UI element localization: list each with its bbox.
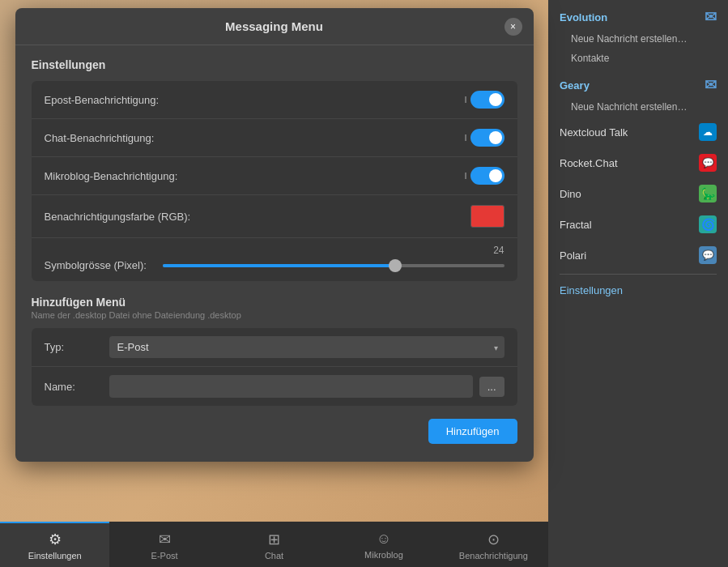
evolution-new-message[interactable]: Neue Nachricht erstellen… <box>548 29 728 49</box>
dino-item[interactable]: Dino 🦕 <box>548 178 728 209</box>
mikroblog-row: Mikroblog-Benachrichtigung: I <box>32 157 517 195</box>
mikroblog-toggle-container: I <box>464 167 504 185</box>
color-label: Benachrichtigungsfarbe (RGB): <box>45 211 191 223</box>
right-panel: Evolution ✉ Neue Nachricht erstellen… Ko… <box>548 0 728 567</box>
rocket-chat-label: Rocket.Chat <box>560 157 618 169</box>
polari-icon: 💬 <box>699 246 717 264</box>
epost-icon: ✉ <box>159 531 171 548</box>
taskbar-item-epost[interactable]: ✉ E-Post <box>109 522 219 567</box>
name-row: Name: ... <box>32 367 517 406</box>
rocket-chat-item[interactable]: Rocket.Chat 💬 <box>548 147 728 178</box>
type-label: Typ: <box>45 341 109 353</box>
color-row: Benachrichtigungsfarbe (RGB): <box>32 195 517 238</box>
nextcloud-talk-icon: ☁ <box>699 123 717 141</box>
add-section-subtitle: Name der .desktop Datei ohne Dateiendung… <box>32 310 517 320</box>
epost-toggle-container: I <box>464 91 504 109</box>
name-input[interactable] <box>109 375 473 398</box>
taskbar-item-mikroblog[interactable]: ☺ Mikroblog <box>329 522 438 567</box>
polari-label: Polari <box>560 249 586 262</box>
mikroblog-toggle-i: I <box>464 171 466 181</box>
geary-icon: ✉ <box>705 76 717 94</box>
evolution-icon: ✉ <box>705 8 717 26</box>
dialog-header: Messaging Menu × <box>15 8 534 45</box>
evolution-header[interactable]: Evolution ✉ <box>548 0 728 29</box>
fractal-label: Fractal <box>560 219 592 231</box>
browse-button[interactable]: ... <box>479 377 504 397</box>
mikroblog-label: Mikroblog-Benachrichtigung: <box>45 170 178 182</box>
chat-icon: ⊞ <box>268 531 280 548</box>
dialog-body: Einstellungen Epost-Benachrichtigung: I … <box>15 45 534 462</box>
fractal-item[interactable]: Fractal 🌀 <box>548 209 728 240</box>
add-section-title: Hinzufügen Menü <box>32 296 517 309</box>
settings-section-title: Einstellungen <box>32 58 517 71</box>
type-select-wrapper: E-Post Chat Mikroblog ▾ <box>109 336 504 358</box>
slider-label: Symbolgrösse (Pixel): <box>45 259 147 271</box>
taskbar-item-benachrichtigung[interactable]: ⊙ Benachrichtigung <box>439 522 548 567</box>
slider-thumb[interactable] <box>389 259 402 272</box>
slider-value: 24 <box>45 245 504 256</box>
rocket-chat-icon: 💬 <box>699 154 717 172</box>
notification-icon: ⊙ <box>487 531 500 548</box>
taskbar-label-benachrichtigung: Benachrichtigung <box>459 551 528 561</box>
mikroblog-icon: ☺ <box>377 531 391 548</box>
add-button-container: Hinzufügen <box>32 414 517 449</box>
color-swatch[interactable] <box>470 205 504 228</box>
nextcloud-talk-item[interactable]: Nextcloud Talk ☁ <box>548 117 728 147</box>
chat-toggle[interactable] <box>470 129 504 147</box>
dino-icon: 🦕 <box>699 185 717 202</box>
evolution-contacts[interactable]: Kontakte <box>548 49 728 68</box>
settings-group: Epost-Benachrichtigung: I Chat-Benachric… <box>32 81 517 281</box>
epost-row: Epost-Benachrichtigung: I <box>32 81 517 119</box>
fractal-icon: 🌀 <box>699 215 717 233</box>
dialog-overlay: Messaging Menu × Einstellungen Epost-Ben… <box>0 0 548 567</box>
mikroblog-toggle[interactable] <box>470 167 504 185</box>
taskbar: ⚙ Einstellungen ✉ E-Post ⊞ Chat ☺ Mikrob… <box>0 522 548 567</box>
dialog-title: Messaging Menu <box>225 19 323 33</box>
chat-row: Chat-Benachrichtigung: I <box>32 119 517 157</box>
geary-new-message[interactable]: Neue Nachricht erstellen… <box>548 97 728 117</box>
slider-track <box>163 264 504 267</box>
dino-label: Dino <box>560 188 581 200</box>
slider-row: 24 Symbolgrösse (Pixel): <box>32 238 517 281</box>
slider-fill <box>163 264 395 267</box>
name-label: Name: <box>45 381 109 393</box>
polari-item[interactable]: Polari 💬 <box>548 240 728 271</box>
slider-container: Symbolgrösse (Pixel): <box>45 259 504 271</box>
type-select[interactable]: E-Post Chat Mikroblog <box>109 336 504 358</box>
right-settings-link[interactable]: Einstellungen <box>548 278 728 303</box>
taskbar-label-einstellungen: Einstellungen <box>28 551 82 561</box>
type-row: Typ: E-Post Chat Mikroblog ▾ <box>32 328 517 367</box>
messaging-menu-dialog: Messaging Menu × Einstellungen Epost-Ben… <box>15 8 534 462</box>
geary-header[interactable]: Geary ✉ <box>548 68 728 97</box>
close-button[interactable]: × <box>504 18 522 36</box>
taskbar-label-chat: Chat <box>265 551 283 561</box>
chat-label: Chat-Benachrichtigung: <box>45 132 155 144</box>
chat-toggle-i: I <box>464 133 466 143</box>
taskbar-item-einstellungen[interactable]: ⚙ Einstellungen <box>0 522 109 567</box>
add-button[interactable]: Hinzufügen <box>428 419 517 444</box>
epost-toggle[interactable] <box>470 91 504 109</box>
taskbar-label-epost: E-Post <box>151 551 178 561</box>
evolution-label: Evolution <box>560 11 607 23</box>
epost-label: Epost-Benachrichtigung: <box>45 94 160 106</box>
divider <box>560 274 717 275</box>
chat-toggle-container: I <box>464 129 504 147</box>
add-form-group: Typ: E-Post Chat Mikroblog ▾ Name: ... <box>32 328 517 406</box>
settings-icon: ⚙ <box>49 531 62 548</box>
nextcloud-talk-label: Nextcloud Talk <box>560 126 628 139</box>
geary-label: Geary <box>560 79 590 92</box>
taskbar-item-chat[interactable]: ⊞ Chat <box>219 522 329 567</box>
taskbar-label-mikroblog: Mikroblog <box>364 550 403 560</box>
epost-toggle-i: I <box>464 95 466 104</box>
